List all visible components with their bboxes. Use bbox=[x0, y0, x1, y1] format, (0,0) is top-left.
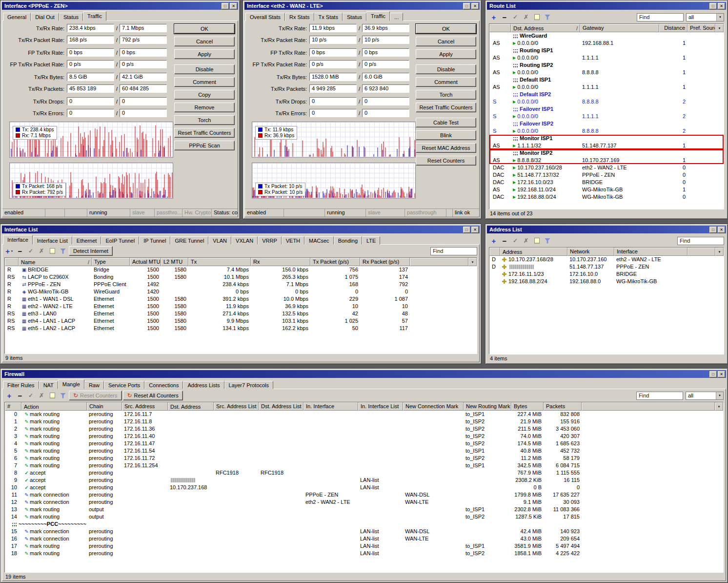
address-row[interactable]: D 51.148.77.137 PPPoE - ZEN bbox=[489, 263, 724, 271]
find-input[interactable] bbox=[637, 13, 684, 21]
route-row[interactable]: ▶ ;;; Monitor ISP2 bbox=[489, 149, 724, 157]
tab[interactable]: MACsec bbox=[304, 236, 334, 245]
disable-button[interactable]: ✗ bbox=[521, 13, 531, 21]
rx-value-field[interactable]: 0 p/s bbox=[120, 60, 167, 68]
restore-icon[interactable]: □ bbox=[463, 3, 470, 9]
address-row[interactable]: D 10.170.237.168/28 10.170.237.160 eth2 … bbox=[489, 256, 724, 263]
col-dst-address-list[interactable]: Dst. Address List bbox=[259, 402, 303, 411]
tx-value-field[interactable]: 238.4 kbps bbox=[67, 24, 114, 32]
tab[interactable]: Ethernet bbox=[72, 236, 101, 245]
dialog-button[interactable]: OK bbox=[416, 24, 476, 34]
comment-button[interactable] bbox=[47, 247, 57, 255]
tab[interactable]: Bonding bbox=[334, 236, 362, 245]
column-select-icon[interactable]: ▼ bbox=[468, 258, 477, 266]
address-row[interactable]: 192.168.88.2/24 192.168.88.0 WG-MikroTik… bbox=[489, 278, 724, 285]
dialog-button[interactable]: PPPoE Scan bbox=[174, 141, 235, 150]
tab[interactable]: NAT bbox=[39, 381, 58, 389]
tx-value-field[interactable]: 0 bps bbox=[67, 48, 114, 57]
close-icon[interactable]: ✕ bbox=[718, 227, 725, 233]
firewall-rule-row[interactable]: 0 mark routing prerouting 172.16.11.7 to… bbox=[5, 411, 723, 418]
route-row[interactable]: AS ▶1.1.1.1/32 51.148.77.137 1 bbox=[489, 142, 724, 149]
firewall-rule-row[interactable]: 6 mark routing prerouting 172.16.11.72 t… bbox=[5, 455, 723, 462]
interface-row[interactable]: RS eth4 - LAN1 - LACP Ethernet 1500 1580… bbox=[5, 317, 477, 325]
route-row[interactable]: ▶ ;;; Routing ISP2 bbox=[489, 62, 724, 69]
dialog-button[interactable]: Torch bbox=[174, 115, 235, 125]
firewall-rule-row[interactable]: 2 mark routing prerouting 172.16.11.36 t… bbox=[5, 425, 723, 433]
tab[interactable]: VETH bbox=[282, 236, 304, 245]
rx-value-field[interactable]: 42.1 GiB bbox=[120, 73, 167, 81]
find-input[interactable] bbox=[677, 237, 724, 245]
firewall-rule-row[interactable]: 12 mark connection prerouting eth2 - WAN… bbox=[5, 499, 723, 506]
col-src-address[interactable]: Src. Address bbox=[122, 402, 168, 411]
titlebar[interactable]: Interface List □ ✕ bbox=[2, 226, 480, 233]
detect-internet-button[interactable]: Detect Internet bbox=[69, 246, 113, 256]
filter-button[interactable] bbox=[543, 13, 552, 21]
col-flags[interactable] bbox=[489, 24, 511, 32]
tab[interactable]: Interface bbox=[3, 235, 33, 245]
tab[interactable]: IP Tunnel bbox=[139, 236, 170, 245]
rx-value-field[interactable]: 0 bps bbox=[362, 48, 409, 57]
tab[interactable]: Rx Stats bbox=[285, 13, 314, 21]
firewall-rule-row[interactable]: 13 mark routing output to_ISP1 2302.8 Mi… bbox=[5, 506, 723, 513]
chevron-down-icon[interactable]: ▼ bbox=[716, 14, 724, 21]
dialog-button[interactable]: Reset Traffic Counters bbox=[416, 103, 476, 112]
tx-value-field[interactable]: 10 p/s bbox=[309, 36, 357, 44]
comment-button[interactable] bbox=[532, 13, 542, 21]
column-select-icon[interactable]: ▼ bbox=[715, 402, 723, 411]
route-row[interactable]: ▶ ;;; Monitor ISP1 bbox=[489, 135, 724, 142]
route-row[interactable]: ▶ ;;; Failover ISP1 bbox=[489, 105, 724, 113]
interface-row[interactable]: RS eth5 - LAN2 - LACP Ethernet 1500 1580… bbox=[5, 325, 477, 332]
titlebar[interactable]: Interface <eth2 - WAN2 - LTE> □ ✕ bbox=[244, 2, 480, 10]
close-icon[interactable]: ✕ bbox=[718, 371, 725, 377]
dialog-button[interactable]: Disable bbox=[416, 64, 476, 74]
tab[interactable]: EoIP Tunnel bbox=[101, 236, 139, 245]
col-packets[interactable]: Packets bbox=[544, 402, 582, 411]
route-filter-dropdown[interactable]: all ▼ bbox=[686, 13, 724, 21]
firewall-rule-row[interactable]: 3 mark routing prerouting 172.16.11.40 t… bbox=[5, 433, 723, 440]
tab[interactable]: Overall Stats bbox=[245, 13, 285, 21]
route-row[interactable]: DAC ▶172.16.10.0/23 BRIDGE 0 bbox=[489, 179, 724, 186]
route-row[interactable]: AS ▶192.168.11.0/24 WG-MikroTik-GB 1 bbox=[489, 186, 724, 193]
add-button[interactable]: +▼ bbox=[4, 247, 14, 255]
route-row[interactable]: DAC ▶51.148.77.137/32 PPPoE - ZEN 0 bbox=[489, 171, 724, 179]
interface-row[interactable]: R eth2 - WAN2 - LTE Ethernet 1500 1580 1… bbox=[5, 303, 477, 310]
col-address[interactable]: Address bbox=[500, 248, 567, 256]
rx-value-field[interactable]: 10 p/s bbox=[362, 36, 409, 44]
col-dst-address[interactable]: Dst. Address/ bbox=[511, 24, 580, 32]
add-button[interactable]: + bbox=[489, 236, 499, 245]
filter-button[interactable] bbox=[58, 247, 68, 255]
firewall-rule-row[interactable]: 9 accept prerouting LAN-list 2308.2 KiB … bbox=[5, 477, 723, 484]
tab[interactable]: Status bbox=[59, 13, 83, 21]
remove-button[interactable]: − bbox=[15, 247, 25, 255]
route-row[interactable]: S ▶0.0.0.0/0 1.1.1.1 2 bbox=[489, 113, 724, 120]
col-tx-packet[interactable]: Tx Packet (p/s) bbox=[310, 258, 360, 266]
col-l2-mtu[interactable]: L2 MTU bbox=[161, 258, 188, 266]
firewall-rule-row[interactable]: 5 mark routing prerouting 172.16.11.54 t… bbox=[5, 447, 723, 455]
col-bytes[interactable]: Bytes bbox=[511, 402, 544, 411]
route-row[interactable]: ▶ ;;; Default ISP2 bbox=[489, 91, 724, 98]
firewall-rule-row[interactable]: 15 mark connection prerouting LAN-list W… bbox=[5, 528, 723, 535]
close-icon[interactable]: ✕ bbox=[471, 3, 479, 9]
tab[interactable]: Status bbox=[343, 13, 366, 21]
restore-icon[interactable]: □ bbox=[222, 3, 229, 9]
col-number[interactable]: # bbox=[5, 402, 21, 411]
titlebar[interactable]: Interface <PPPoE - ZEN> □ ✕ bbox=[2, 2, 238, 10]
rx-value-field[interactable]: 36.9 kbps bbox=[362, 24, 409, 32]
col-in-interface[interactable]: In. Interface bbox=[303, 402, 358, 411]
tab[interactable]: Mangle bbox=[58, 379, 84, 389]
dialog-button[interactable]: Apply bbox=[416, 49, 476, 59]
tx-value-field[interactable]: 11.9 kbps bbox=[309, 24, 357, 32]
route-row[interactable]: S ▶0.0.0.0/0 8.8.8.8 2 bbox=[489, 98, 724, 105]
find-input[interactable] bbox=[636, 392, 683, 400]
remove-button[interactable]: − bbox=[500, 236, 509, 245]
route-row[interactable]: AS ▶0.0.0.0/0 192.168.88.1 1 bbox=[489, 40, 724, 47]
tab[interactable]: LTE bbox=[362, 236, 380, 245]
tx-value-field[interactable]: 0 bps bbox=[309, 48, 357, 57]
dialog-button[interactable]: Cancel bbox=[174, 37, 235, 46]
tx-value-field[interactable]: 0 bbox=[67, 109, 114, 117]
tx-value-field[interactable]: 45 853 189 bbox=[67, 84, 114, 93]
rx-value-field[interactable]: 60 484 285 bbox=[120, 84, 167, 93]
tx-value-field[interactable]: 0 bbox=[67, 97, 114, 105]
tx-value-field[interactable]: 0 bbox=[309, 97, 357, 105]
dialog-button[interactable]: Remove bbox=[174, 103, 235, 112]
